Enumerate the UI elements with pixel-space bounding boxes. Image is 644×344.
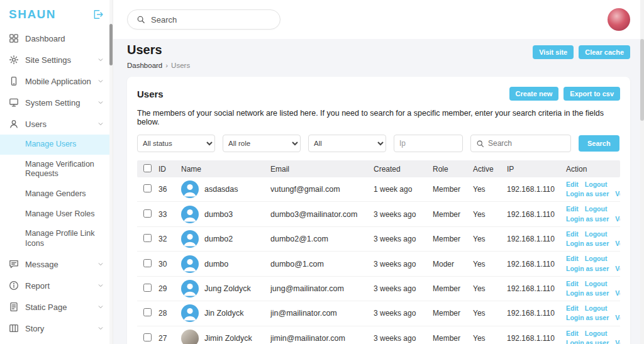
cell-created: 3 weeks ago [374, 334, 433, 343]
row-checkbox[interactable] [143, 234, 152, 242]
edit-link[interactable]: Edit [566, 254, 579, 264]
table-row: 30dumbodumbo@1.com3 weeks agoModerYes192… [137, 252, 620, 276]
table-search[interactable] [470, 135, 571, 152]
all-filter-select[interactable]: All [308, 135, 386, 152]
row-checkbox[interactable] [143, 308, 152, 316]
login-as-user-link[interactable]: Login as user [566, 264, 609, 274]
page-scrollbar[interactable] [640, 0, 644, 344]
profile-avatar[interactable] [608, 8, 630, 31]
row-checkbox[interactable] [143, 184, 152, 192]
page-icon [9, 302, 19, 312]
cell-action: EditLogoutLogin as userVerify [566, 304, 620, 323]
sidebar-item-site-settings[interactable]: Site Settings [0, 49, 113, 70]
edit-link[interactable]: Edit [566, 204, 579, 214]
edit-link[interactable]: Edit [566, 180, 579, 189]
breadcrumb-current: Users [171, 62, 190, 69]
cell-created: 3 weeks ago [374, 260, 433, 269]
status-filter-select[interactable]: All status [137, 135, 215, 152]
logout-link[interactable]: Logout [585, 329, 608, 338]
verify-link[interactable]: Verify [615, 338, 620, 344]
page-scrollbar-thumb[interactable] [640, 39, 644, 121]
column-header-active: Active [473, 165, 507, 174]
edit-link[interactable]: Edit [566, 230, 579, 239]
collapse-sidebar-icon[interactable] [92, 9, 104, 20]
create-new-button[interactable]: Create new [509, 87, 559, 101]
users-table: IDNameEmailCreatedRoleActiveIPAction 36a… [137, 160, 620, 344]
export-csv-button[interactable]: Export to csv [564, 87, 620, 101]
search-button[interactable]: Search [579, 135, 619, 152]
table-row: 32dumbo2dumbo2@1.com3 weeks agoMemberYes… [137, 227, 620, 252]
login-as-user-link[interactable]: Login as user [566, 338, 609, 344]
cell-action: EditLogoutLogin as userVerify [566, 204, 620, 223]
login-as-user-link[interactable]: Login as user [566, 239, 609, 248]
verify-link[interactable]: Verify [615, 264, 620, 274]
sidebar-scrollbar[interactable] [109, 0, 113, 344]
sidebar-item-message[interactable]: Message [0, 253, 113, 275]
sidebar-item-label: Message [25, 260, 58, 269]
verify-link[interactable]: Verify [615, 289, 620, 298]
login-as-user-link[interactable]: Login as user [566, 189, 609, 199]
row-checkbox[interactable] [143, 259, 152, 267]
sidebar-subitem-manage-genders[interactable]: Manage Genders [0, 184, 113, 204]
sidebar-subitem-manage-verification-requests[interactable]: Manage Verification Requests [0, 155, 113, 184]
verify-link[interactable]: Verify [615, 239, 620, 248]
row-checkbox[interactable] [143, 333, 152, 341]
sidebar-item-story[interactable]: Story [0, 318, 113, 339]
logout-link[interactable]: Logout [585, 279, 608, 289]
breadcrumb-dashboard[interactable]: Dashboard [127, 62, 162, 69]
role-filter-select[interactable]: All role [223, 135, 301, 152]
login-as-user-link[interactable]: Login as user [566, 289, 609, 298]
table-row: 27Jimin Zoldyckjimin@mailinator.com3 wee… [137, 326, 620, 344]
sidebar-scrollbar-thumb[interactable] [109, 24, 113, 65]
cell-name: asdasdas [204, 185, 238, 194]
login-as-user-link[interactable]: Login as user [566, 214, 609, 224]
sidebar-item-billings[interactable]: Billings [0, 339, 113, 344]
sidebar-nav: DashboardSite SettingsMobile Application… [0, 28, 113, 344]
cell-role: Member [433, 284, 473, 293]
verify-link[interactable]: Verify [615, 313, 620, 323]
logout-link[interactable]: Logout [585, 254, 608, 264]
edit-link[interactable]: Edit [566, 279, 579, 289]
clear-cache-button[interactable]: Clear cache [579, 45, 630, 59]
row-checkbox[interactable] [143, 284, 152, 292]
cell-created: 3 weeks ago [374, 309, 433, 318]
sidebar-item-system-setting[interactable]: System Setting [0, 92, 113, 113]
verify-link[interactable]: Verify [615, 214, 620, 224]
story-icon [9, 323, 19, 333]
login-as-user-link[interactable]: Login as user [566, 313, 609, 323]
sidebar-item-report[interactable]: Report [0, 275, 113, 296]
chevron-down-icon [97, 121, 104, 127]
global-search-input[interactable] [151, 15, 271, 25]
sidebar-item-users[interactable]: Users [0, 113, 113, 135]
cell-role: Member [433, 235, 473, 243]
global-search[interactable] [127, 9, 280, 30]
sidebar-item-mobile-application[interactable]: Mobile Application [0, 70, 113, 92]
logout-link[interactable]: Logout [585, 304, 608, 313]
verify-link[interactable]: Verify [615, 189, 620, 199]
logout-link[interactable]: Logout [585, 204, 608, 214]
card-description: The members of your social network are l… [137, 109, 620, 126]
table-search-input[interactable] [488, 139, 565, 148]
sidebar-subitem-manage-users[interactable]: Manage Users [0, 135, 113, 155]
sidebar-item-dashboard[interactable]: Dashboard [0, 28, 113, 49]
cell-role: Member [433, 334, 473, 343]
cell-action: EditLogoutLogin as userVerify [566, 254, 620, 273]
chevron-down-icon [97, 78, 104, 84]
sidebar: SHAUN DashboardSite SettingsMobile Appli… [0, 0, 113, 344]
sidebar-subitem-manage-profile-link-icons[interactable]: Manage Profile Link Icons [0, 224, 113, 253]
select-all-checkbox[interactable] [143, 164, 152, 172]
sidebar-item-static-page[interactable]: Static Page [0, 296, 113, 318]
table-body: 36asdasdasvutungf@gmail.com1 week agoMem… [137, 177, 620, 344]
logout-link[interactable]: Logout [585, 180, 608, 189]
column-header-created: Created [374, 165, 433, 174]
edit-link[interactable]: Edit [566, 304, 579, 313]
sidebar-header: SHAUN [0, 0, 113, 28]
row-checkbox[interactable] [143, 209, 152, 218]
edit-link[interactable]: Edit [566, 329, 579, 338]
cell-id: 33 [158, 210, 181, 219]
monitor-icon [9, 97, 19, 108]
ip-filter-input[interactable] [394, 135, 463, 152]
logout-link[interactable]: Logout [585, 230, 608, 239]
visit-site-button[interactable]: Visit site [533, 45, 574, 59]
sidebar-subitem-manage-user-roles[interactable]: Manage User Roles [0, 204, 113, 225]
